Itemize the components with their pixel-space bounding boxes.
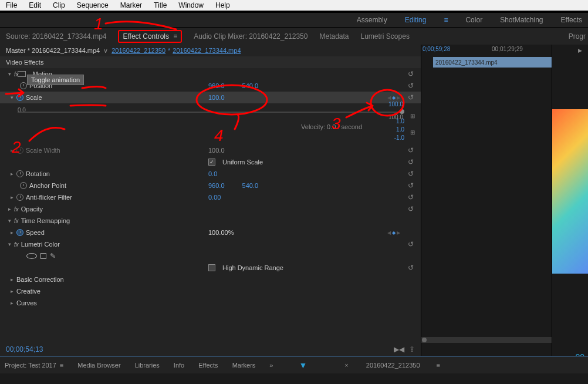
menu-clip[interactable]: Clip <box>49 1 69 9</box>
stopwatch-icon[interactable] <box>20 82 27 89</box>
caret-right-icon[interactable]: ▸ <box>11 300 16 306</box>
caret-down-icon[interactable]: ▾ <box>8 241 14 247</box>
tab-info[interactable]: Info <box>174 362 184 369</box>
caret-down-icon[interactable]: ▾ <box>8 71 14 77</box>
rotation-value[interactable]: 0.0 <box>208 170 217 177</box>
timeline-sequence-tab[interactable]: 20160422_212350 <box>366 362 420 369</box>
reset-icon[interactable]: ↺ <box>408 146 416 154</box>
lumetri-basic[interactable]: ▸ Basic Correction <box>0 274 421 285</box>
reset-icon[interactable]: ↺ <box>408 170 416 178</box>
effect-time-remapping[interactable]: ▾ fx Time Remapping <box>0 215 421 227</box>
tab-source[interactable]: Source: 20160422_173344.mp4 <box>6 32 106 41</box>
speed-value[interactable]: 100.00% <box>208 229 234 236</box>
prev-keyframe-icon[interactable]: ◀ <box>387 230 391 235</box>
workspace-effects[interactable]: Effects <box>561 16 582 24</box>
antiflicker-value[interactable]: 0.00 <box>208 194 221 201</box>
position-y-value[interactable]: 540.0 <box>242 82 259 89</box>
menu-marker[interactable]: Marker <box>117 1 146 9</box>
position-x-value[interactable]: 960.0 <box>208 82 225 89</box>
menu-help[interactable]: Help <box>212 1 234 9</box>
anchor-y-value[interactable]: 540.0 <box>242 182 259 189</box>
pen-mask-icon[interactable]: ✎ <box>50 252 56 260</box>
ellipse-mask-icon[interactable] <box>26 253 37 259</box>
tab-libraries[interactable]: Libraries <box>135 362 160 369</box>
add-keyframe-icon[interactable]: ◆ <box>392 95 396 100</box>
stopwatch-icon[interactable] <box>16 170 23 177</box>
reset-icon[interactable]: ↺ <box>408 93 416 102</box>
expand-icon[interactable]: ⊞ <box>410 129 415 136</box>
scrollbar-thumb[interactable] <box>422 338 427 342</box>
caret-right-icon[interactable]: ▸ <box>11 288 16 294</box>
menu-file[interactable]: File <box>2 1 21 9</box>
caret-right-icon[interactable]: ▸ <box>11 194 16 200</box>
panel-menu-icon[interactable]: ≡ <box>437 362 440 369</box>
reset-icon[interactable]: ↺ <box>408 181 416 190</box>
timeline-clip[interactable]: 20160422_173344.mp4 <box>433 57 552 68</box>
property-rotation[interactable]: ▸ Rotation 0.0 ↺ <box>0 168 421 180</box>
property-speed[interactable]: ▸ Speed 100.00% ◀ ◆ ▶ <box>0 227 421 238</box>
reset-icon[interactable]: ↺ <box>408 193 416 201</box>
breadcrumb-sequence[interactable]: 20160422_212350 <box>111 47 165 54</box>
hdr-checkbox[interactable] <box>208 264 215 271</box>
fx-badge-icon[interactable]: fx <box>14 241 19 248</box>
reset-icon[interactable]: ↺ <box>408 205 416 213</box>
timeline-playhead-icon[interactable]: ▼ <box>299 361 307 370</box>
property-antiflicker[interactable]: ▸ Anti-flicker Filter 0.00 ↺ <box>0 191 421 203</box>
property-scale[interactable]: ▾ Scale 100.0 ◀ ◆ ▶ ↺ <box>0 92 421 103</box>
caret-down-icon[interactable]: ▾ <box>11 95 16 100</box>
tab-effect-controls[interactable]: Effect Controls ≡ <box>118 30 182 43</box>
workspace-menu-icon[interactable]: ≡ <box>444 16 448 24</box>
reset-icon[interactable]: ↺ <box>408 82 416 90</box>
anchor-x-value[interactable]: 960.0 <box>208 182 225 189</box>
scale-slider[interactable]: 100.0 0.0 100.0 ⊞ <box>0 103 421 121</box>
tab-program[interactable]: Progr <box>569 32 586 41</box>
scale-value[interactable]: 100.0 <box>208 94 225 101</box>
fx-badge-icon[interactable]: fx <box>14 218 19 224</box>
panel-menu-icon[interactable]: ≡ <box>60 362 63 369</box>
tab-audio-mixer[interactable]: Audio Clip Mixer: 20160422_212350 <box>194 32 307 41</box>
expand-icon[interactable]: ⊞ <box>410 113 415 119</box>
effect-opacity[interactable]: ▸ fx Opacity ↺ <box>0 203 421 215</box>
stopwatch-icon[interactable] <box>16 229 23 236</box>
tab-lumetri-scopes[interactable]: Lumetri Scopes <box>361 32 410 41</box>
tab-markers[interactable]: Markers <box>232 362 256 369</box>
next-keyframe-icon[interactable]: ▶ <box>397 230 400 235</box>
effect-timeline[interactable]: 0;00;59;28 00;01;29;29 20160422_173344.m… <box>421 45 552 356</box>
caret-down-icon[interactable]: ▾ <box>8 218 14 224</box>
play-toggle-icon[interactable]: ▶◀ <box>394 345 404 353</box>
workspace-assembly[interactable]: Assembly <box>357 16 387 24</box>
lumetri-creative[interactable]: ▸ Creative <box>0 285 421 297</box>
rect-mask-icon[interactable] <box>40 253 46 259</box>
reset-icon[interactable]: ↺ <box>408 240 416 248</box>
tab-media-browser[interactable]: Media Browser <box>77 362 120 369</box>
overflow-icon[interactable]: » <box>269 362 273 369</box>
fx-badge-icon[interactable]: fx <box>14 206 19 213</box>
menu-edit[interactable]: Edit <box>25 1 45 9</box>
lumetri-curves[interactable]: ▸ Curves <box>0 297 421 309</box>
tab-project[interactable]: Project: Test 2017 <box>5 362 56 369</box>
property-uniform-scale[interactable]: Uniform Scale ↺ <box>0 156 421 168</box>
slider-track[interactable] <box>18 112 403 113</box>
caret-right-icon[interactable]: ▸ <box>11 147 16 153</box>
slider-thumb[interactable] <box>400 109 404 114</box>
reset-icon[interactable]: ↺ <box>408 158 416 166</box>
motion-transform-icon[interactable] <box>18 71 26 77</box>
workspace-color[interactable]: Color <box>465 16 482 24</box>
tab-metadata[interactable]: Metadata <box>319 32 349 41</box>
reset-icon[interactable]: ↺ <box>408 264 416 272</box>
menu-window[interactable]: Window <box>175 1 207 9</box>
menu-title[interactable]: Title <box>150 1 170 9</box>
caret-right-icon[interactable]: ▸ <box>11 277 16 282</box>
reset-icon[interactable]: ↺ <box>408 70 416 78</box>
stopwatch-icon[interactable] <box>16 94 23 101</box>
next-keyframe-icon[interactable]: ▶ <box>397 95 400 100</box>
prev-keyframe-icon[interactable]: ◀ <box>387 95 391 100</box>
panel-menu-icon[interactable]: ≡ <box>173 32 177 41</box>
property-anchor-point[interactable]: Anchor Point 960.0 540.0 ↺ <box>0 180 421 191</box>
effect-lumetri[interactable]: ▾ fx Lumetri Color ↺ <box>0 238 421 250</box>
export-icon[interactable]: ⇪ <box>409 345 415 353</box>
menu-sequence[interactable]: Sequence <box>73 1 112 9</box>
caret-right-icon[interactable]: ▸ <box>11 171 16 177</box>
workspace-shotmatching[interactable]: ShotMatching <box>500 16 543 24</box>
tab-effects[interactable]: Effects <box>198 362 218 369</box>
